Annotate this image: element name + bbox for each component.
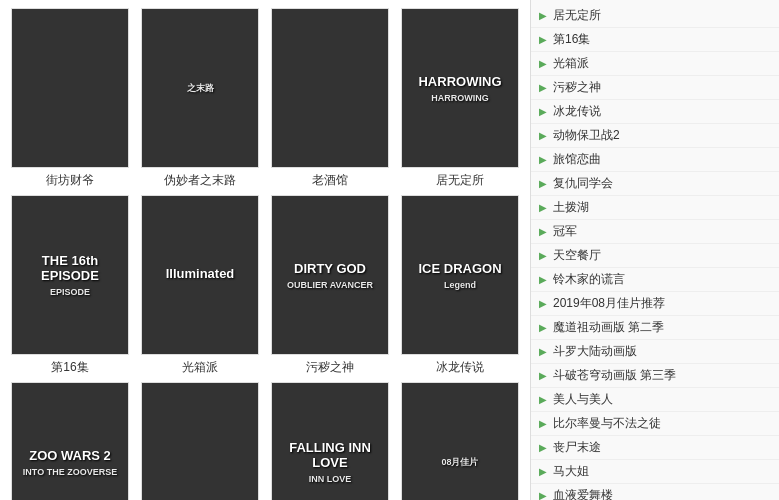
- movie-title-lzg: 老酒馆: [312, 172, 348, 189]
- sidebar-arrow-icon-2: ▶: [539, 58, 547, 69]
- poster-dwbwz2: ZOO WARS 2INTO THE ZOOVERSE: [11, 382, 129, 500]
- sidebar-item-18[interactable]: ▶丧尸末途: [531, 436, 779, 460]
- sidebar-label-7: 复仇同学会: [553, 175, 613, 192]
- poster-en-text-blcz: ICE DRAGON: [418, 261, 501, 276]
- sidebar-item-7[interactable]: ▶复仇同学会: [531, 172, 779, 196]
- sidebar-label-18: 丧尸末途: [553, 439, 601, 456]
- sidebar-arrow-icon-10: ▶: [539, 250, 547, 261]
- sidebar-item-3[interactable]: ▶污秽之神: [531, 76, 779, 100]
- sidebar-label-14: 斗罗大陆动画版: [553, 343, 637, 360]
- sidebar-item-11[interactable]: ▶铃木家的谎言: [531, 268, 779, 292]
- grid-item-gxp[interactable]: Illuminated光箱派: [138, 195, 262, 376]
- main-content: 街坊财爷之末路伪妙者之末路老酒馆HARROWINGHARROWING居无定所TH…: [0, 0, 530, 500]
- grid-item-jfcf[interactable]: 街坊财爷: [8, 8, 132, 189]
- sidebar-arrow-icon-8: ▶: [539, 202, 547, 213]
- sidebar-item-8[interactable]: ▶土拨湖: [531, 196, 779, 220]
- sidebar-item-0[interactable]: ▶居无定所: [531, 4, 779, 28]
- poster-sub-lgzq: INN LOVE: [309, 474, 352, 484]
- poster-sub-wszs: OUBLIER AVANCER: [287, 280, 373, 290]
- sidebar-arrow-icon-1: ▶: [539, 34, 547, 45]
- poster-en-text-d16j: THE 16th EPISODE: [16, 253, 124, 283]
- sidebar-label-9: 冠军: [553, 223, 577, 240]
- sidebar-label-11: 铃木家的谎言: [553, 271, 625, 288]
- sidebar-item-6[interactable]: ▶旅馆恋曲: [531, 148, 779, 172]
- sidebar-item-1[interactable]: ▶第16集: [531, 28, 779, 52]
- movie-title-mzzmzl: 伪妙者之末路: [164, 172, 236, 189]
- sidebar-label-16: 美人与美人: [553, 391, 613, 408]
- poster-sub-juwds: HARROWING: [431, 93, 489, 103]
- sidebar-item-2[interactable]: ▶光箱派: [531, 52, 779, 76]
- sidebar-label-17: 比尔率曼与不法之徒: [553, 415, 661, 432]
- poster-sub-blcz: Legend: [444, 280, 476, 290]
- grid-item-mzzmzl[interactable]: 之末路伪妙者之末路: [138, 8, 262, 189]
- sidebar-item-9[interactable]: ▶冠军: [531, 220, 779, 244]
- sidebar-item-17[interactable]: ▶比尔率曼与不法之徒: [531, 412, 779, 436]
- poster-blcz: ICE DRAGONLegend: [401, 195, 519, 355]
- sidebar-arrow-icon-13: ▶: [539, 322, 547, 333]
- sidebar-label-4: 冰龙传说: [553, 103, 601, 120]
- sidebar-item-12[interactable]: ▶2019年08月佳片推荐: [531, 292, 779, 316]
- sidebar-arrow-icon-16: ▶: [539, 394, 547, 405]
- sidebar-arrow-icon-14: ▶: [539, 346, 547, 357]
- sidebar-item-10[interactable]: ▶天空餐厅: [531, 244, 779, 268]
- sidebar-arrow-icon-15: ▶: [539, 370, 547, 381]
- sidebar-item-13[interactable]: ▶魔道祖动画版 第二季: [531, 316, 779, 340]
- grid-item-d16j[interactable]: THE 16th EPISODEEPISODE第16集: [8, 195, 132, 376]
- sidebar-arrow-icon-6: ▶: [539, 154, 547, 165]
- sidebar-item-16[interactable]: ▶美人与美人: [531, 388, 779, 412]
- poster-en-text-dwbwz2: ZOO WARS 2: [29, 448, 111, 463]
- sidebar-label-10: 天空餐厅: [553, 247, 601, 264]
- movie-title-juwds: 居无定所: [436, 172, 484, 189]
- sidebar-label-12: 2019年08月佳片推荐: [553, 295, 665, 312]
- sidebar-arrow-icon-11: ▶: [539, 274, 547, 285]
- sidebar-item-19[interactable]: ▶马大姐: [531, 460, 779, 484]
- sidebar-arrow-icon-0: ▶: [539, 10, 547, 21]
- movie-grid: 街坊财爷之末路伪妙者之末路老酒馆HARROWINGHARROWING居无定所TH…: [8, 8, 522, 500]
- grid-item-dwbwz2[interactable]: ZOO WARS 2INTO THE ZOOVERSE动物保卫战2: [8, 382, 132, 500]
- sidebar-arrow-icon-3: ▶: [539, 82, 547, 93]
- sidebar-label-8: 土拨湖: [553, 199, 589, 216]
- poster-juwds: HARROWINGHARROWING: [401, 8, 519, 168]
- poster-2019jpt: 08月佳片: [401, 382, 519, 500]
- sidebar-arrow-icon-17: ▶: [539, 418, 547, 429]
- poster-gxp: Illuminated: [141, 195, 259, 355]
- grid-item-juwds[interactable]: HARROWINGHARROWING居无定所: [398, 8, 522, 189]
- sidebar-label-3: 污秽之神: [553, 79, 601, 96]
- sidebar-item-4[interactable]: ▶冰龙传说: [531, 100, 779, 124]
- sidebar-label-0: 居无定所: [553, 7, 601, 24]
- poster-lgzq: FALLING INN LOVEINN LOVE: [271, 382, 389, 500]
- poster-d16j: THE 16th EPISODEEPISODE: [11, 195, 129, 355]
- grid-item-lzg[interactable]: 老酒馆: [268, 8, 392, 189]
- poster-en-text-gxp: Illuminated: [166, 266, 235, 281]
- grid-item-jjxf[interactable]: 遇见幸福: [138, 382, 262, 500]
- poster-sub-dwbwz2: INTO THE ZOOVERSE: [23, 467, 117, 477]
- poster-en-text-juwds: HARROWING: [418, 74, 501, 89]
- poster-wszs: DIRTY GODOUBLIER AVANCER: [271, 195, 389, 355]
- sidebar: ▶居无定所▶第16集▶光箱派▶污秽之神▶冰龙传说▶动物保卫战2▶旅馆恋曲▶复仇同…: [530, 0, 779, 500]
- sidebar-label-2: 光箱派: [553, 55, 589, 72]
- sidebar-label-20: 血液爱舞楼: [553, 487, 613, 500]
- sidebar-item-15[interactable]: ▶斗破苍穹动画版 第三季: [531, 364, 779, 388]
- sidebar-arrow-icon-7: ▶: [539, 178, 547, 189]
- grid-item-lgzq[interactable]: FALLING INN LOVEINN LOVE旅馆恋曲: [268, 382, 392, 500]
- poster-lzg: [271, 8, 389, 168]
- sidebar-item-20[interactable]: ▶血液爱舞楼: [531, 484, 779, 500]
- poster-en-text-wszs: DIRTY GOD: [294, 261, 366, 276]
- poster-jfcf: [11, 8, 129, 168]
- poster-sub-d16j: EPISODE: [50, 287, 90, 297]
- movie-title-wszs: 污秽之神: [306, 359, 354, 376]
- sidebar-arrow-icon-12: ▶: [539, 298, 547, 309]
- sidebar-arrow-icon-5: ▶: [539, 130, 547, 141]
- grid-item-2019jpt[interactable]: 08月佳片2019年08月佳片推: [398, 382, 522, 500]
- grid-item-blcz[interactable]: ICE DRAGONLegend冰龙传说: [398, 195, 522, 376]
- poster-mzzmzl: 之末路: [141, 8, 259, 168]
- sidebar-item-5[interactable]: ▶动物保卫战2: [531, 124, 779, 148]
- grid-item-wszs[interactable]: DIRTY GODOUBLIER AVANCER污秽之神: [268, 195, 392, 376]
- sidebar-arrow-icon-18: ▶: [539, 442, 547, 453]
- sidebar-label-13: 魔道祖动画版 第二季: [553, 319, 664, 336]
- sidebar-item-14[interactable]: ▶斗罗大陆动画版: [531, 340, 779, 364]
- movie-title-jfcf: 街坊财爷: [46, 172, 94, 189]
- sidebar-arrow-icon-4: ▶: [539, 106, 547, 117]
- poster-en-text-lgzq: FALLING INN LOVE: [276, 440, 384, 470]
- movie-title-d16j: 第16集: [51, 359, 88, 376]
